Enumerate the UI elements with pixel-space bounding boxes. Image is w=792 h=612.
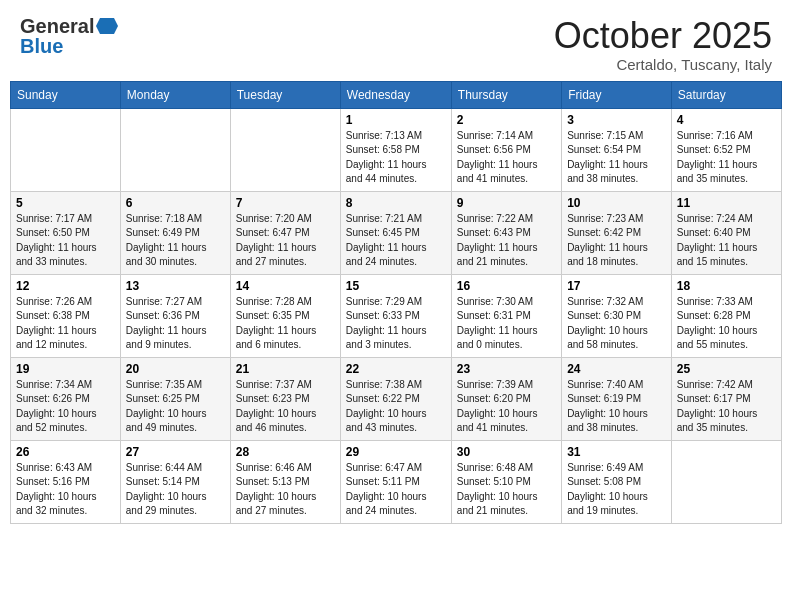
day-number: 31 — [567, 445, 666, 459]
calendar-week-row: 1Sunrise: 7:13 AM Sunset: 6:58 PM Daylig… — [11, 108, 782, 191]
day-number: 20 — [126, 362, 225, 376]
day-info: Sunrise: 7:40 AM Sunset: 6:19 PM Dayligh… — [567, 378, 666, 436]
calendar-cell: 27Sunrise: 6:44 AM Sunset: 5:14 PM Dayli… — [120, 440, 230, 523]
day-header-tuesday: Tuesday — [230, 81, 340, 108]
calendar-cell: 26Sunrise: 6:43 AM Sunset: 5:16 PM Dayli… — [11, 440, 121, 523]
day-number: 25 — [677, 362, 776, 376]
day-number: 13 — [126, 279, 225, 293]
day-number: 1 — [346, 113, 446, 127]
day-info: Sunrise: 7:37 AM Sunset: 6:23 PM Dayligh… — [236, 378, 335, 436]
day-header-friday: Friday — [562, 81, 672, 108]
calendar-week-row: 12Sunrise: 7:26 AM Sunset: 6:38 PM Dayli… — [11, 274, 782, 357]
day-info: Sunrise: 7:28 AM Sunset: 6:35 PM Dayligh… — [236, 295, 335, 353]
day-number: 9 — [457, 196, 556, 210]
day-number: 10 — [567, 196, 666, 210]
title-block: October 2025 Certaldo, Tuscany, Italy — [554, 16, 772, 73]
calendar-cell: 25Sunrise: 7:42 AM Sunset: 6:17 PM Dayli… — [671, 357, 781, 440]
calendar-cell: 2Sunrise: 7:14 AM Sunset: 6:56 PM Daylig… — [451, 108, 561, 191]
calendar-cell: 7Sunrise: 7:20 AM Sunset: 6:47 PM Daylig… — [230, 191, 340, 274]
logo-general-text: General — [20, 16, 94, 36]
day-number: 26 — [16, 445, 115, 459]
day-number: 22 — [346, 362, 446, 376]
day-info: Sunrise: 6:44 AM Sunset: 5:14 PM Dayligh… — [126, 461, 225, 519]
logo-icon — [96, 17, 118, 35]
logo: General Blue — [20, 16, 118, 56]
day-number: 15 — [346, 279, 446, 293]
calendar-cell: 29Sunrise: 6:47 AM Sunset: 5:11 PM Dayli… — [340, 440, 451, 523]
day-number: 8 — [346, 196, 446, 210]
day-number: 28 — [236, 445, 335, 459]
day-info: Sunrise: 7:26 AM Sunset: 6:38 PM Dayligh… — [16, 295, 115, 353]
calendar-cell: 19Sunrise: 7:34 AM Sunset: 6:26 PM Dayli… — [11, 357, 121, 440]
day-number: 5 — [16, 196, 115, 210]
calendar-cell — [230, 108, 340, 191]
day-number: 7 — [236, 196, 335, 210]
calendar-cell: 14Sunrise: 7:28 AM Sunset: 6:35 PM Dayli… — [230, 274, 340, 357]
calendar-cell: 22Sunrise: 7:38 AM Sunset: 6:22 PM Dayli… — [340, 357, 451, 440]
day-number: 11 — [677, 196, 776, 210]
calendar-table: SundayMondayTuesdayWednesdayThursdayFrid… — [10, 81, 782, 524]
calendar-cell: 17Sunrise: 7:32 AM Sunset: 6:30 PM Dayli… — [562, 274, 672, 357]
day-info: Sunrise: 6:48 AM Sunset: 5:10 PM Dayligh… — [457, 461, 556, 519]
calendar-week-row: 19Sunrise: 7:34 AM Sunset: 6:26 PM Dayli… — [11, 357, 782, 440]
day-info: Sunrise: 7:21 AM Sunset: 6:45 PM Dayligh… — [346, 212, 446, 270]
day-info: Sunrise: 7:24 AM Sunset: 6:40 PM Dayligh… — [677, 212, 776, 270]
day-header-wednesday: Wednesday — [340, 81, 451, 108]
day-number: 16 — [457, 279, 556, 293]
day-number: 24 — [567, 362, 666, 376]
calendar-cell: 12Sunrise: 7:26 AM Sunset: 6:38 PM Dayli… — [11, 274, 121, 357]
day-info: Sunrise: 6:49 AM Sunset: 5:08 PM Dayligh… — [567, 461, 666, 519]
day-info: Sunrise: 7:18 AM Sunset: 6:49 PM Dayligh… — [126, 212, 225, 270]
calendar-cell: 5Sunrise: 7:17 AM Sunset: 6:50 PM Daylig… — [11, 191, 121, 274]
calendar-week-row: 5Sunrise: 7:17 AM Sunset: 6:50 PM Daylig… — [11, 191, 782, 274]
calendar-week-row: 26Sunrise: 6:43 AM Sunset: 5:16 PM Dayli… — [11, 440, 782, 523]
day-number: 6 — [126, 196, 225, 210]
calendar-cell — [671, 440, 781, 523]
day-header-thursday: Thursday — [451, 81, 561, 108]
day-number: 12 — [16, 279, 115, 293]
day-header-sunday: Sunday — [11, 81, 121, 108]
day-info: Sunrise: 6:43 AM Sunset: 5:16 PM Dayligh… — [16, 461, 115, 519]
day-info: Sunrise: 7:30 AM Sunset: 6:31 PM Dayligh… — [457, 295, 556, 353]
calendar-cell: 3Sunrise: 7:15 AM Sunset: 6:54 PM Daylig… — [562, 108, 672, 191]
day-header-saturday: Saturday — [671, 81, 781, 108]
day-number: 2 — [457, 113, 556, 127]
day-info: Sunrise: 7:16 AM Sunset: 6:52 PM Dayligh… — [677, 129, 776, 187]
day-info: Sunrise: 7:23 AM Sunset: 6:42 PM Dayligh… — [567, 212, 666, 270]
month-title: October 2025 — [554, 16, 772, 56]
calendar-cell: 23Sunrise: 7:39 AM Sunset: 6:20 PM Dayli… — [451, 357, 561, 440]
calendar-cell: 28Sunrise: 6:46 AM Sunset: 5:13 PM Dayli… — [230, 440, 340, 523]
page-header: General Blue October 2025 Certaldo, Tusc… — [10, 10, 782, 73]
calendar-cell: 24Sunrise: 7:40 AM Sunset: 6:19 PM Dayli… — [562, 357, 672, 440]
day-number: 3 — [567, 113, 666, 127]
calendar-cell: 16Sunrise: 7:30 AM Sunset: 6:31 PM Dayli… — [451, 274, 561, 357]
calendar-cell: 9Sunrise: 7:22 AM Sunset: 6:43 PM Daylig… — [451, 191, 561, 274]
day-info: Sunrise: 7:38 AM Sunset: 6:22 PM Dayligh… — [346, 378, 446, 436]
day-info: Sunrise: 6:47 AM Sunset: 5:11 PM Dayligh… — [346, 461, 446, 519]
svg-marker-0 — [96, 18, 118, 34]
calendar-cell: 31Sunrise: 6:49 AM Sunset: 5:08 PM Dayli… — [562, 440, 672, 523]
day-number: 30 — [457, 445, 556, 459]
day-info: Sunrise: 6:46 AM Sunset: 5:13 PM Dayligh… — [236, 461, 335, 519]
calendar-cell: 6Sunrise: 7:18 AM Sunset: 6:49 PM Daylig… — [120, 191, 230, 274]
day-info: Sunrise: 7:17 AM Sunset: 6:50 PM Dayligh… — [16, 212, 115, 270]
day-number: 23 — [457, 362, 556, 376]
calendar-cell — [120, 108, 230, 191]
day-info: Sunrise: 7:29 AM Sunset: 6:33 PM Dayligh… — [346, 295, 446, 353]
day-info: Sunrise: 7:39 AM Sunset: 6:20 PM Dayligh… — [457, 378, 556, 436]
day-info: Sunrise: 7:35 AM Sunset: 6:25 PM Dayligh… — [126, 378, 225, 436]
calendar-header-row: SundayMondayTuesdayWednesdayThursdayFrid… — [11, 81, 782, 108]
day-info: Sunrise: 7:32 AM Sunset: 6:30 PM Dayligh… — [567, 295, 666, 353]
day-info: Sunrise: 7:27 AM Sunset: 6:36 PM Dayligh… — [126, 295, 225, 353]
day-info: Sunrise: 7:14 AM Sunset: 6:56 PM Dayligh… — [457, 129, 556, 187]
day-info: Sunrise: 7:15 AM Sunset: 6:54 PM Dayligh… — [567, 129, 666, 187]
calendar-cell: 13Sunrise: 7:27 AM Sunset: 6:36 PM Dayli… — [120, 274, 230, 357]
calendar-cell: 11Sunrise: 7:24 AM Sunset: 6:40 PM Dayli… — [671, 191, 781, 274]
location-text: Certaldo, Tuscany, Italy — [554, 56, 772, 73]
calendar-cell: 30Sunrise: 6:48 AM Sunset: 5:10 PM Dayli… — [451, 440, 561, 523]
calendar-cell: 15Sunrise: 7:29 AM Sunset: 6:33 PM Dayli… — [340, 274, 451, 357]
day-info: Sunrise: 7:42 AM Sunset: 6:17 PM Dayligh… — [677, 378, 776, 436]
day-number: 4 — [677, 113, 776, 127]
day-info: Sunrise: 7:13 AM Sunset: 6:58 PM Dayligh… — [346, 129, 446, 187]
day-number: 18 — [677, 279, 776, 293]
